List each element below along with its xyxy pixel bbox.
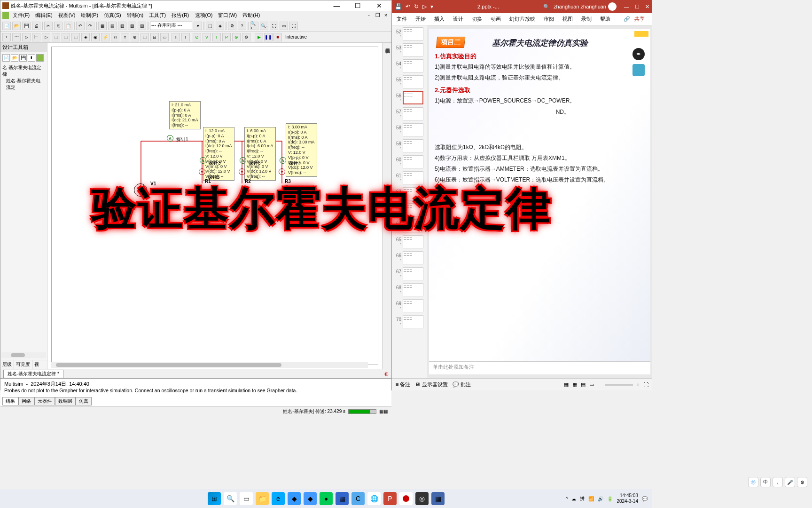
tray-ime-icon[interactable]: 拼 (580, 495, 585, 502)
slide-thumbnail[interactable]: 58*— — —— — — (393, 123, 426, 136)
ribbon-review[interactable]: 审阅 (541, 14, 557, 24)
tool-j[interactable]: ? (238, 22, 246, 30)
ribbon-slideshow[interactable]: 幻灯片放映 (507, 14, 538, 24)
log-tab-copper[interactable]: 数铜层 (55, 397, 76, 405)
taskbar-app3[interactable]: ▦ (336, 492, 349, 505)
minimize-button[interactable]: — (326, 1, 347, 10)
slide-thumbnail[interactable]: 69*— — —— — — (393, 299, 426, 312)
menu-tools[interactable]: 工具(T) (147, 11, 168, 20)
mdi-close[interactable]: × (382, 11, 390, 19)
status-comments[interactable]: 💬 批注 (453, 381, 471, 388)
comp-ttl[interactable]: ⬚ (52, 33, 60, 41)
design-tree-item[interactable]: 姓名-基尔霍夫电流定 (2, 78, 45, 91)
ribbon-animations[interactable]: 动画 (488, 14, 504, 24)
toolbox-app-icon[interactable] (36, 54, 44, 62)
ribbon-home[interactable]: 开始 (413, 14, 429, 24)
menu-window[interactable]: 窗口(W) (216, 11, 239, 20)
ribbon-transitions[interactable]: 切换 (469, 14, 485, 24)
tray-datetime[interactable]: 14:45:03 2024-3-14 (617, 493, 638, 504)
zoom-in-icon[interactable]: + (637, 382, 640, 388)
zoom-slider[interactable] (605, 384, 633, 386)
probe-p-button[interactable]: P (222, 33, 231, 41)
menu-options[interactable]: 选项(O) (193, 11, 215, 20)
comp-ni[interactable]: ⬚ (141, 33, 149, 41)
comp-transistor[interactable]: ⊢ (32, 33, 40, 41)
design-tree-item[interactable]: 名-基尔霍夫电流定律 (2, 64, 45, 78)
comp-analog[interactable]: ▷ (42, 33, 50, 41)
mdi-minimize[interactable]: - (365, 11, 373, 19)
slide-thumbnail[interactable]: 66*— — —— — — (393, 251, 426, 264)
zoom-in-button[interactable]: 🔍+ (250, 22, 258, 30)
comp-diode[interactable]: ▷ (22, 33, 31, 41)
toolbox-open-icon[interactable]: 📂 (11, 54, 18, 62)
redo-icon[interactable]: ↻ (414, 3, 419, 10)
qat-dropdown-icon[interactable]: ▾ (430, 3, 433, 10)
tray-onedrive-icon[interactable]: ☁ (571, 496, 576, 501)
taskbar-app2[interactable]: ◆ (304, 492, 317, 505)
taskbar-chrome[interactable]: 🌐 (367, 492, 381, 505)
view-reading-icon[interactable]: ▤ (581, 381, 586, 388)
menu-file[interactable]: 文件(F) (11, 11, 31, 20)
ribbon-view[interactable]: 视图 (560, 14, 576, 24)
status-display[interactable]: 🖥 显示器设置 (415, 381, 447, 388)
tab-view[interactable]: 视 (32, 360, 41, 369)
tool-a[interactable]: ▦ (98, 22, 107, 30)
ppt-close[interactable]: ✕ (645, 4, 649, 10)
tool-b[interactable]: ▤ (108, 22, 117, 30)
comp-misc[interactable]: ⬚ (71, 33, 80, 41)
tool-i[interactable]: ⚙ (228, 22, 236, 30)
comp-basic[interactable]: 〰 (12, 33, 21, 41)
zoom-out-icon[interactable]: − (598, 382, 601, 388)
slideshow-icon[interactable]: ▷ (422, 3, 427, 10)
tool-d[interactable]: ▧ (128, 22, 136, 30)
slide-thumbnail[interactable]: 56*— — —— — — (393, 91, 426, 104)
place-text[interactable]: T (181, 33, 190, 41)
ime-settings-icon[interactable]: ⚙ (797, 477, 807, 487)
menu-edit[interactable]: 编辑(E) (33, 11, 55, 20)
autosave-icon[interactable]: 💾 (395, 3, 402, 10)
menu-help[interactable]: 帮助(H) (241, 11, 262, 20)
taskbar-search[interactable]: 🔍 (224, 492, 237, 505)
print-button[interactable]: 🖨 (32, 22, 40, 30)
comp-conn[interactable]: ⊟ (150, 33, 159, 41)
stop-button[interactable]: ■ (273, 33, 282, 41)
comp-cmos[interactable]: ⬚ (62, 33, 70, 41)
new-button[interactable]: 📄 (2, 22, 11, 30)
close-button[interactable]: ✕ (368, 1, 390, 10)
view-normal-icon[interactable]: ▦ (564, 381, 569, 388)
slide-thumbnail[interactable]: 68*— — —— — — (393, 283, 426, 296)
ppt-maximize[interactable]: ☐ (635, 4, 640, 10)
comp-indicator[interactable]: ◉ (91, 33, 100, 41)
taskbar-app4[interactable]: C (351, 492, 365, 505)
copy-button[interactable]: ⎘ (54, 22, 62, 30)
tray-notifications-icon[interactable]: 💬 (642, 496, 648, 501)
canvas-hscroll[interactable] (51, 362, 368, 368)
tool-e[interactable]: ▨ (138, 22, 146, 30)
taskbar-wechat[interactable]: ● (320, 492, 333, 505)
taskbar-obs[interactable]: ◎ (415, 492, 429, 505)
tray-chevron-icon[interactable]: ^ (566, 496, 568, 501)
pause-button[interactable]: ❚❚ (264, 33, 273, 41)
zoom-fit-icon[interactable]: ⛶ (643, 382, 648, 388)
ime-cn-icon[interactable]: 中 (760, 477, 771, 487)
ppt-titlebar[interactable]: 💾 ↶ ↻ ▷ ▾ 2.pptx -... 🔍 zhanghuan zhangh… (392, 0, 652, 13)
ribbon-design[interactable]: 设计 (450, 14, 466, 24)
ribbon-file[interactable]: 文件 (394, 14, 410, 24)
ime-punct-icon[interactable]: ， (773, 477, 783, 487)
taskbar-multisim[interactable]: ▦ (431, 492, 445, 505)
slide-thumbnail[interactable]: 60*— — —— — — (393, 155, 426, 168)
document-tab[interactable]: 姓名-基尔霍夫电流定律 * (3, 370, 63, 378)
comp-misc2[interactable]: Я (111, 33, 119, 41)
ime-globe-icon[interactable]: ㊥ (748, 477, 758, 487)
redo-button[interactable]: ↷ (86, 22, 94, 30)
undo-button[interactable]: ↶ (76, 22, 85, 30)
cut-button[interactable]: ✂ (44, 22, 53, 30)
mdi-restore[interactable]: ❐ (374, 11, 381, 19)
slide-thumbnail[interactable]: 59*— — —— — — (393, 139, 426, 152)
menu-transfer[interactable]: 转移(n) (125, 11, 145, 20)
undo-icon[interactable]: ↶ (406, 3, 410, 10)
system-tray[interactable]: ^ ☁ 拼 📶 🔊 🔋 14:45:03 2024-3-14 💬 (566, 493, 648, 504)
save-button[interactable]: 💾 (22, 22, 31, 30)
run-button[interactable]: ▶ (255, 33, 263, 41)
taskbar-app1[interactable]: ◆ (288, 492, 301, 505)
